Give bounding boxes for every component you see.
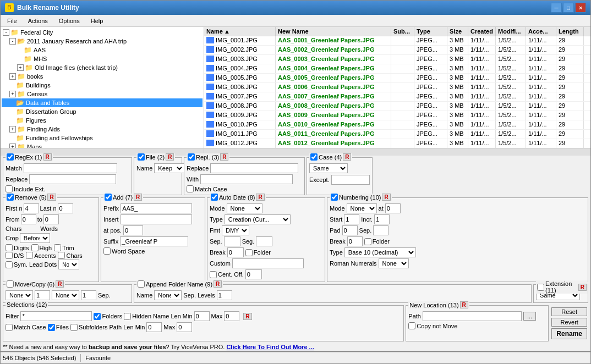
trim-checkbox[interactable] [54, 244, 61, 251]
tip-link[interactable]: Click Here To Find Out More ... [226, 344, 314, 350]
numbering-sep-input[interactable] [373, 225, 388, 235]
numbering-roman-select[interactable]: None Lower Upper [379, 258, 409, 268]
replace-enable-checkbox[interactable] [188, 153, 195, 161]
non-select[interactable]: Non [58, 260, 79, 269]
file-row[interactable]: IMG_0009.JPGAAS_0009_Greenleaf Papers.JP… [204, 111, 590, 120]
autodate-off-input[interactable] [245, 269, 262, 279]
col-header-accessed[interactable]: Acce... [526, 27, 556, 36]
file-row[interactable]: IMG_0008.JPGAAS_0008_Greenleaf Papers.JP… [204, 102, 590, 111]
regex-replace-input[interactable] [29, 174, 116, 184]
autodate-break-input[interactable] [227, 247, 244, 257]
suffix-input[interactable] [120, 236, 188, 246]
numbering-break-input[interactable] [347, 236, 363, 246]
tree-item-dissertation[interactable]: 📁 Dissertation Group [2, 107, 203, 116]
word-space-checkbox[interactable] [103, 247, 111, 255]
tree-item-figures[interactable]: 📁 Figures [2, 116, 203, 125]
col-header-sub[interactable]: Sub... [391, 27, 414, 36]
add-enable-checkbox[interactable] [105, 194, 112, 201]
tree-item-buildings[interactable]: 📁 Buildings [2, 81, 203, 90]
high-checkbox[interactable] [31, 244, 39, 251]
col-header-length[interactable]: Length [556, 27, 584, 36]
numbering-incr-input[interactable] [374, 214, 390, 224]
file-row[interactable]: IMG_0004.JPGAAS_0004_Greenleaf Papers.JP… [204, 64, 590, 74]
subfolders-checkbox[interactable] [70, 324, 78, 331]
file-row[interactable]: IMG_0001.JPGAAS_0001_Greenleaf Papers.JP… [204, 36, 590, 46]
tree-item-finding-aids[interactable]: + 📁 Finding Aids [2, 125, 203, 134]
file-row[interactable]: IMG_0007.JPGAAS_0007_Greenleaf Papers.JP… [204, 92, 590, 102]
numbering-at-input[interactable] [385, 203, 401, 213]
appendfolder-levels-input[interactable] [217, 290, 232, 300]
appendfolder-r-button[interactable]: R [214, 280, 222, 288]
browse-button[interactable]: ... [523, 312, 536, 321]
to-input[interactable] [43, 214, 59, 224]
filter-input[interactable] [20, 311, 92, 321]
tree-item-maps[interactable]: + 📁 Maps [2, 142, 203, 148]
tree-toggle-old[interactable]: + [17, 64, 24, 71]
case-same-select[interactable]: Same Upper Lower Title [309, 163, 348, 173]
accents-checkbox[interactable] [26, 252, 33, 259]
files-checkbox[interactable] [48, 324, 55, 331]
regex-include-ext-checkbox[interactable] [6, 185, 13, 192]
prefix-input[interactable] [121, 203, 192, 213]
regex-enable-checkbox[interactable] [7, 153, 14, 161]
numbering-r-button[interactable]: R [382, 194, 390, 201]
appendfolder-enable-checkbox[interactable] [138, 280, 145, 288]
sym-checkbox[interactable] [6, 261, 13, 268]
menu-file[interactable]: File [3, 16, 21, 25]
tree-item-aas[interactable]: 📁 AAS [2, 46, 203, 54]
autodate-cent-checkbox[interactable] [210, 271, 217, 278]
tree-toggle-2011[interactable]: - [9, 38, 16, 45]
digits-checkbox[interactable] [6, 244, 13, 251]
newlocation-r-button[interactable]: R [460, 301, 468, 308]
tree-item-old-images[interactable]: + 📁 Old Image files (check last trip) [2, 63, 203, 72]
numbering-type-select[interactable]: Base 10 (Decimal) Base 16 (Hex) Base 8 (… [344, 247, 416, 257]
autodate-folder-checkbox[interactable] [245, 249, 253, 256]
movecopy-val2-input[interactable] [81, 290, 96, 300]
replace-with-input[interactable] [200, 174, 293, 184]
copy-not-move-checkbox[interactable] [408, 322, 415, 329]
file-hscrollbar[interactable] [204, 148, 590, 156]
file-row[interactable]: IMG_0005.JPGAAS_0005_Greenleaf Papers.JP… [204, 74, 590, 83]
replace-input[interactable] [210, 163, 298, 173]
autodate-enable-checkbox[interactable] [211, 194, 218, 201]
revert-button[interactable]: Revert [551, 318, 587, 327]
file-row[interactable]: IMG_0006.JPGAAS_0006_Greenleaf Papers.JP… [204, 83, 590, 92]
menu-options[interactable]: Options [54, 16, 84, 25]
crop-select[interactable]: Before After [20, 233, 50, 243]
col-header-modified[interactable]: Modifi... [496, 27, 526, 36]
file-row[interactable]: IMG_0012.JPGAAS_0012_Greenleaf Papers.JP… [204, 139, 590, 148]
movecopy-enable-checkbox[interactable] [7, 280, 14, 288]
match-case-checkbox[interactable] [187, 185, 194, 192]
path-input[interactable] [423, 311, 522, 321]
col-header-created[interactable]: Created [468, 27, 496, 36]
numbering-mode-select[interactable]: None Prefix Suffix [347, 203, 377, 213]
numbering-start-input[interactable] [344, 214, 359, 224]
name-len-min-input[interactable] [194, 311, 210, 321]
at-pos-input[interactable] [123, 225, 143, 235]
menu-actions[interactable]: Actions [24, 16, 52, 25]
file-name-select[interactable]: Keep Remove Fixed Reverse [154, 163, 184, 173]
tree-toggle-finding[interactable]: + [9, 126, 16, 133]
autodate-mode-select[interactable]: None Prefix Suffix [227, 203, 262, 213]
extension-enable-checkbox[interactable] [537, 284, 544, 291]
folders-checkbox[interactable] [94, 313, 101, 320]
movecopy-none1-select[interactable]: None [6, 290, 33, 300]
case-except-input[interactable] [331, 175, 370, 185]
maximize-button[interactable]: □ [563, 3, 574, 13]
replace-r-button[interactable]: R [220, 153, 228, 161]
movecopy-val1-input[interactable] [35, 290, 50, 300]
insert-input[interactable] [121, 214, 192, 224]
tree-toggle-maps[interactable]: + [9, 144, 16, 148]
movecopy-none2-select[interactable]: None [52, 290, 79, 300]
menu-help[interactable]: Help [86, 16, 108, 25]
max-input1[interactable] [224, 311, 239, 321]
match-case2-checkbox[interactable] [6, 324, 13, 331]
col-header-size[interactable]: Size [447, 27, 468, 36]
last-n-input[interactable] [58, 203, 73, 213]
hidden-checkbox[interactable] [124, 313, 131, 320]
tree-item-funding[interactable]: 📁 Funding and Fellowships [2, 134, 203, 142]
col-header-type[interactable]: Type [414, 27, 447, 36]
col-header-newname[interactable]: New Name [276, 27, 391, 36]
file-r-button[interactable]: R [166, 153, 174, 161]
close-button[interactable]: ✕ [575, 3, 586, 13]
